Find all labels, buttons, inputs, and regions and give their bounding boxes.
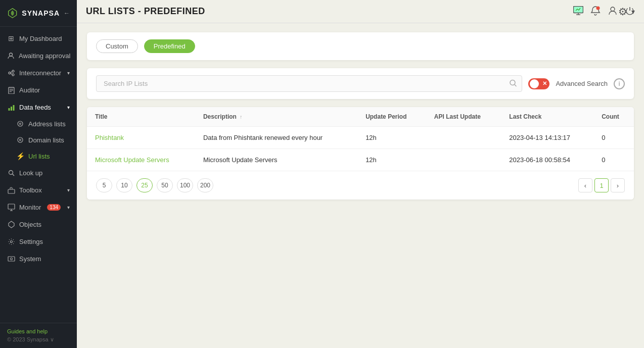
- sidebar-item-label: Interconnector: [19, 69, 61, 77]
- sidebar-item-objects[interactable]: Objects: [0, 216, 77, 233]
- user-profile-icon[interactable]: [608, 6, 618, 18]
- objects-icon: [7, 220, 15, 228]
- cell-update-period: 12h: [357, 149, 426, 171]
- sidebar-item-label: Objects: [19, 221, 41, 228]
- sidebar-item-settings[interactable]: Settings: [0, 233, 77, 250]
- sidebar-item-system[interactable]: System: [0, 250, 77, 267]
- sidebar-item-monitor[interactable]: Monitor 134 ▾: [0, 198, 77, 216]
- column-header-last-check: Last Check: [501, 107, 593, 127]
- page-prev-button[interactable]: ‹: [578, 178, 592, 192]
- sidebar-item-label: System: [19, 255, 41, 263]
- svg-point-15: [20, 123, 21, 125]
- tab-predefined[interactable]: Predefined: [144, 39, 195, 53]
- column-header-title: Title: [87, 107, 195, 127]
- toggle-thumb: [530, 79, 539, 88]
- sidebar-item-lookup[interactable]: Look up: [0, 164, 77, 181]
- page-title: URL LISTS - PREDEFINED: [86, 6, 205, 17]
- advanced-search-toggle[interactable]: ✕: [528, 78, 549, 89]
- sidebar-item-address-lists[interactable]: Address lists: [0, 116, 77, 132]
- svg-point-2: [9, 72, 11, 74]
- domain-lists-icon: [16, 136, 24, 144]
- page-size-50[interactable]: 50: [157, 178, 173, 192]
- svg-point-1: [10, 53, 13, 56]
- sidebar-item-dashboard[interactable]: ⊞ My Dashboard: [0, 30, 77, 47]
- sidebar-item-label: Toolbox: [19, 186, 42, 194]
- sidebar-navigation: ⊞ My Dashboard Awaiting approval Interco…: [0, 27, 77, 323]
- svg-point-27: [10, 258, 12, 260]
- search-icon: [509, 79, 517, 88]
- page-size-10[interactable]: 10: [116, 178, 132, 192]
- sidebar-item-label: My Dashboard: [19, 35, 62, 42]
- monitor-badge: 134: [47, 204, 61, 211]
- svg-point-18: [9, 170, 13, 174]
- page-size-25[interactable]: 25: [136, 178, 153, 192]
- sidebar-item-label: Look up: [19, 169, 42, 177]
- interconnector-icon: [7, 69, 15, 77]
- svg-line-19: [12, 174, 14, 176]
- datafeeds-icon: [7, 103, 15, 111]
- cell-description: Data from Phishtank renewed every hour: [195, 127, 357, 149]
- prev-arrow-icon: ‹: [584, 182, 586, 189]
- awaiting-icon: [7, 52, 15, 60]
- cell-api-last-update: [426, 127, 501, 149]
- sidebar: SYNAPSA ← ⊞ My Dashboard Awaiting approv…: [0, 0, 77, 348]
- page-size-5[interactable]: 5: [96, 178, 112, 192]
- sidebar-item-interconnector[interactable]: Interconnector ▾: [0, 64, 77, 81]
- power-icon[interactable]: [625, 6, 635, 18]
- svg-rect-20: [8, 189, 15, 193]
- info-icon[interactable]: i: [614, 78, 625, 89]
- cell-description: Microsoft Update Servers: [195, 149, 357, 171]
- monitor-global-icon[interactable]: [573, 6, 583, 17]
- svg-point-32: [611, 7, 615, 11]
- svg-point-16: [18, 137, 23, 142]
- sidebar-item-awaiting[interactable]: Awaiting approval: [0, 47, 77, 64]
- synapsa-logo-icon: [7, 6, 18, 20]
- svg-rect-11: [8, 108, 10, 111]
- cell-title: Phishtank: [87, 127, 195, 149]
- toolbox-icon: [7, 186, 15, 194]
- column-header-description: Description ↑: [195, 107, 357, 127]
- svg-point-33: [510, 80, 515, 85]
- toggle-pill[interactable]: ✕: [528, 78, 549, 89]
- guides-link[interactable]: Guides and help: [7, 328, 70, 334]
- system-icon: [7, 255, 15, 263]
- page-next-button[interactable]: ›: [611, 178, 625, 192]
- page-size-200[interactable]: 200: [197, 178, 213, 192]
- sidebar-collapse-button[interactable]: ←: [64, 10, 70, 17]
- microsoft-update-link[interactable]: Microsoft Update Servers: [95, 156, 169, 164]
- phishtank-link[interactable]: Phishtank: [95, 134, 124, 141]
- table-row: Microsoft Update Servers Microsoft Updat…: [87, 149, 634, 171]
- tab-custom[interactable]: Custom: [96, 39, 138, 53]
- page-1-button[interactable]: 1: [594, 178, 609, 192]
- svg-marker-24: [9, 221, 14, 228]
- sidebar-item-toolbox[interactable]: Toolbox ▾: [0, 181, 77, 198]
- sidebar-item-datafeeds[interactable]: Data feeds ▾: [0, 98, 77, 116]
- copyright: © 2023 Synapsa ∨: [7, 336, 70, 343]
- svg-point-17: [20, 139, 21, 141]
- chevron-down-icon: ▾: [67, 70, 70, 76]
- toggle-x-icon: ✕: [542, 80, 547, 87]
- sidebar-item-label: Domain lists: [28, 136, 64, 144]
- sidebar-footer: Guides and help © 2023 Synapsa ∨: [0, 323, 77, 348]
- column-header-update-period: Update Period: [357, 107, 426, 127]
- sidebar-item-auditor[interactable]: Auditor: [0, 81, 77, 98]
- cell-last-check: 2023-06-18 00:58:54: [501, 149, 593, 171]
- cell-update-period: 12h: [357, 127, 426, 149]
- sidebar-item-label: Url lists: [28, 153, 50, 160]
- cell-title: Microsoft Update Servers: [87, 149, 195, 171]
- sort-asc-icon[interactable]: ↑: [240, 114, 242, 120]
- svg-point-31: [596, 7, 600, 10]
- sidebar-item-label: Address lists: [28, 120, 66, 128]
- table-header-row: Title Description ↑ Update Period API La…: [87, 107, 634, 127]
- tabs-container: Custom Predefined: [87, 32, 634, 60]
- notifications-icon[interactable]: [590, 6, 601, 18]
- url-lists-table: Title Description ↑ Update Period API La…: [87, 107, 634, 171]
- search-input[interactable]: [96, 75, 522, 92]
- sidebar-item-domain-lists[interactable]: Domain lists: [0, 132, 77, 148]
- page-size-100[interactable]: 100: [177, 178, 193, 192]
- lookup-icon: [7, 169, 15, 177]
- chevron-down-icon: ▾: [67, 205, 70, 210]
- cell-count: 0: [593, 127, 634, 149]
- svg-line-5: [11, 71, 12, 73]
- sidebar-item-url-lists[interactable]: ⚡ Url lists: [0, 148, 77, 164]
